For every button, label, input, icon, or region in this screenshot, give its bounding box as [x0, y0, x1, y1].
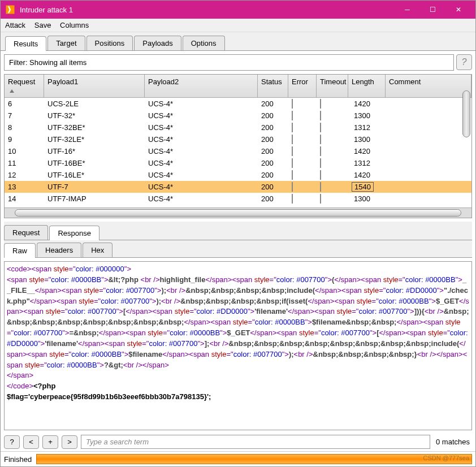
- response-raw[interactable]: <code><span style="color: #000000"><span…: [4, 261, 472, 430]
- table-row[interactable]: 7UTF-32*UCS-4*2001300: [5, 110, 471, 122]
- view-tabs: Raw Headers Hex: [4, 240, 472, 258]
- tab-request[interactable]: Request: [4, 225, 48, 240]
- search-help-button[interactable]: ?: [4, 435, 20, 449]
- menu-save[interactable]: Save: [34, 21, 51, 29]
- col-status[interactable]: Status: [258, 75, 288, 98]
- col-length[interactable]: Length: [348, 75, 386, 98]
- checkbox-icon[interactable]: [292, 146, 293, 156]
- main-tabs: Results Target Positions Payloads Option…: [1, 32, 475, 51]
- table-row[interactable]: 13UTF-7UCS-4*2001540: [5, 181, 471, 193]
- cell-payload1: UTF7-IMAP: [44, 194, 145, 203]
- cell-status: 200: [258, 123, 288, 132]
- minimize-button[interactable]: ─: [395, 1, 420, 19]
- checkbox-icon[interactable]: [320, 170, 321, 180]
- cell-timeout: [317, 111, 348, 120]
- table-row[interactable]: 14UTF7-IMAPUCS-4*2001300: [5, 193, 471, 205]
- cell-error: [288, 100, 317, 108]
- search-next-button[interactable]: >: [62, 435, 77, 449]
- tab-options[interactable]: Options: [183, 36, 225, 50]
- tab-raw[interactable]: Raw: [4, 243, 36, 258]
- checkbox-icon[interactable]: [292, 135, 293, 144]
- checkbox-icon[interactable]: [320, 194, 321, 204]
- table-row[interactable]: 10UTF-16*UCS-4*2001420: [5, 145, 471, 157]
- cell-timeout: [317, 194, 348, 203]
- cell-error: [288, 135, 317, 144]
- cell-timeout: [317, 171, 348, 179]
- cell-payload2: UCS-4*: [145, 183, 258, 191]
- checkbox-icon[interactable]: [320, 111, 321, 120]
- table-header: Request Payload1 Payload2 Status Error T…: [5, 75, 471, 98]
- cell-payload2: UCS-4*: [145, 111, 258, 120]
- tab-response[interactable]: Response: [49, 226, 99, 240]
- maximize-button[interactable]: ☐: [420, 1, 445, 19]
- app-window: Intruder attack 1 ─ ☐ ✕ Attack Save Colu…: [0, 0, 476, 467]
- col-payload2[interactable]: Payload2: [145, 75, 258, 98]
- col-request[interactable]: Request: [5, 75, 44, 98]
- cell-payload1: UTF-16*: [44, 147, 145, 155]
- checkbox-icon[interactable]: [292, 194, 293, 204]
- search-prev-button[interactable]: <: [23, 435, 39, 449]
- cell-payload2: UCS-4*: [145, 123, 258, 132]
- checkbox-icon[interactable]: [320, 99, 321, 109]
- table-row[interactable]: 11UTF-16BE*UCS-4*2001312: [5, 157, 471, 169]
- checkbox-icon[interactable]: [292, 158, 293, 168]
- search-matches: 0 matches: [434, 438, 472, 446]
- tab-results[interactable]: Results: [5, 36, 46, 51]
- cell-payload1: UTF-32*: [44, 111, 145, 120]
- checkbox-icon[interactable]: [320, 158, 321, 168]
- cell-error: [288, 147, 317, 155]
- tab-hex[interactable]: Hex: [83, 243, 112, 257]
- menu-attack[interactable]: Attack: [5, 21, 25, 29]
- close-button[interactable]: ✕: [445, 1, 471, 19]
- col-payload1[interactable]: Payload1: [44, 75, 145, 98]
- cell-request: 10: [5, 147, 44, 155]
- search-add-button[interactable]: +: [42, 435, 58, 449]
- filter-text[interactable]: Filter: Showing all items: [4, 54, 454, 71]
- checkbox-icon[interactable]: [320, 123, 321, 132]
- checkbox-icon[interactable]: [292, 111, 293, 120]
- cell-length: 1312: [348, 159, 386, 167]
- scroll-thumb[interactable]: [462, 90, 470, 137]
- vertical-scrollbar[interactable]: [462, 90, 470, 207]
- cell-length: 1300: [348, 111, 386, 120]
- cell-length: 1540: [348, 182, 386, 192]
- table-row[interactable]: 6UCS-2LEUCS-4*2001420: [5, 98, 471, 110]
- col-error[interactable]: Error: [288, 75, 317, 98]
- tab-positions[interactable]: Positions: [86, 36, 133, 50]
- titlebar[interactable]: Intruder attack 1 ─ ☐ ✕: [1, 1, 475, 19]
- cell-payload1: UTF-7: [44, 183, 145, 191]
- table-row[interactable]: 9UTF-32LE*UCS-4*2001300: [5, 133, 471, 145]
- table-row[interactable]: 8UTF-32BE*UCS-4*2001312: [5, 122, 471, 133]
- checkbox-icon[interactable]: [292, 182, 293, 192]
- checkbox-icon[interactable]: [292, 123, 293, 132]
- checkbox-icon[interactable]: [292, 170, 293, 180]
- cell-length: 1300: [348, 194, 386, 203]
- checkbox-icon[interactable]: [320, 146, 321, 156]
- col-comment[interactable]: Comment: [386, 75, 471, 98]
- checkbox-icon[interactable]: [292, 99, 293, 109]
- cell-length: 1312: [348, 123, 386, 132]
- checkbox-icon[interactable]: [320, 182, 321, 192]
- progress-bar: CSDN @777sea: [36, 454, 472, 464]
- checkbox-icon[interactable]: [320, 135, 321, 144]
- tab-target[interactable]: Target: [47, 36, 85, 50]
- filter-bar: Filter: Showing all items ?: [4, 54, 472, 71]
- search-input[interactable]: Type a search term: [81, 435, 430, 449]
- cell-error: [288, 183, 317, 191]
- cell-error: [288, 171, 317, 179]
- cell-payload1: UTF-32BE*: [44, 123, 145, 132]
- table-body[interactable]: 6UCS-2LEUCS-4*20014207UTF-32*UCS-4*20013…: [5, 98, 471, 207]
- col-timeout[interactable]: Timeout: [317, 75, 348, 98]
- menu-columns[interactable]: Columns: [60, 21, 89, 29]
- cell-status: 200: [258, 111, 288, 120]
- cell-payload2: UCS-4*: [145, 147, 258, 155]
- help-button[interactable]: ?: [456, 54, 472, 70]
- cell-payload1: UTF-16LE*: [44, 171, 145, 179]
- window-title: Intruder attack 1: [20, 6, 395, 14]
- cell-status: 200: [258, 183, 288, 191]
- table-row[interactable]: 12UTF-16LE*UCS-4*2001420: [5, 169, 471, 181]
- tab-payloads[interactable]: Payloads: [134, 36, 181, 50]
- tab-headers[interactable]: Headers: [37, 243, 81, 257]
- status-label: Finished: [4, 455, 32, 464]
- horizontal-scrollbar[interactable]: [5, 207, 471, 218]
